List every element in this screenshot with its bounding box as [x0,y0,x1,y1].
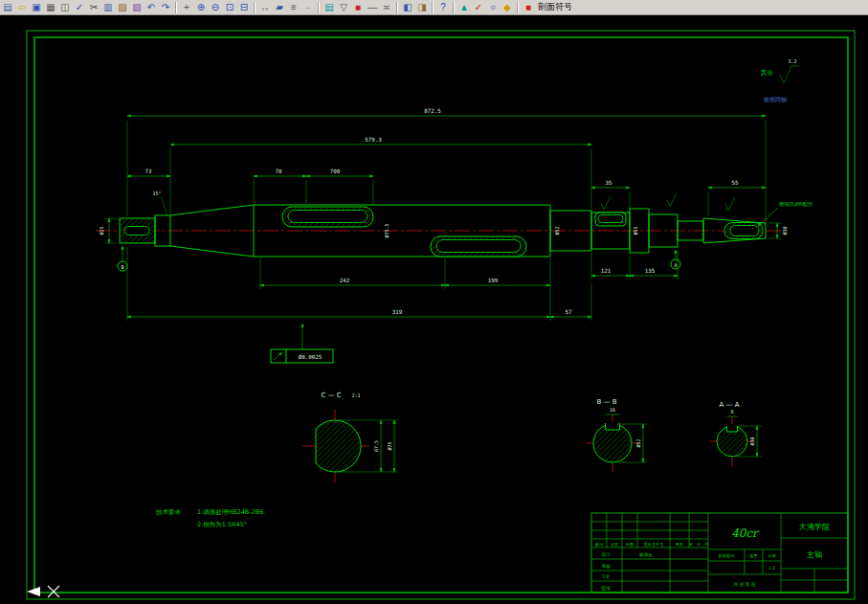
zoom-window-icon[interactable]: ⊡ [223,1,236,13]
tolerance-value: Ø0.0025 [299,354,323,360]
spell-check-icon[interactable]: ✓ [73,1,86,13]
undo-icon[interactable]: ↶ [145,1,158,13]
tool-circle-icon[interactable]: ○ [486,1,500,13]
color-control-icon[interactable]: ■ [351,1,365,13]
zoom-realtime-icon[interactable]: ⊕ [194,1,208,13]
pan-icon[interactable]: + [180,1,193,13]
scale-label: 比例 [768,553,775,559]
toolbar-separator [517,2,519,13]
dim-319: 319 [392,309,403,315]
toolbar-separator [318,2,320,13]
layer-control-icon[interactable]: ▽ [337,1,350,13]
zoom-out-icon[interactable]: ⊖ [209,1,222,13]
material-spec: 40cr [731,526,760,540]
drawing-canvas[interactable]: B A 872.5 579.3 73 70 700 [0,15,868,604]
print-preview-icon[interactable]: ◫ [58,1,72,13]
role-standard: 标准化 [638,552,653,558]
crosshair-cursor [27,586,59,597]
copy-icon[interactable]: ▥ [101,1,115,13]
rev-header-file: 更改文件号 [644,542,665,547]
rev-header-count: 处数 [626,542,634,547]
title-block: 大淹学院 主轴 40cr 阶段标记 重量 比例 1:2 共 张 第 张 [591,513,848,593]
area-icon[interactable]: ▰ [273,1,286,13]
cut-icon[interactable]: ✂ [87,1,100,13]
locate-point-icon[interactable]: ∙ [301,1,315,13]
dim-chamfer: 15° [152,190,161,196]
section-symbol-button[interactable]: 剖面符号 [535,1,575,13]
section-b: B — B 16 Ø52 [586,398,647,472]
dim-35: 35 [606,180,612,186]
tool-check-icon[interactable]: ✓ [472,1,485,13]
layers-icon[interactable]: ▤ [323,1,336,13]
toolbar-separator [396,2,398,13]
axis-note: 做相同轴 [763,96,787,103]
print-icon[interactable]: ▦ [44,1,57,13]
dim-dia-mid: Ø75.5 [384,223,389,237]
notes-line1: 1.调质处理HB24B-2B6. [197,508,265,516]
technical-notes: 技术要求 1.调质处理HB24B-2B6. 2.倒角为1.5X45° [155,508,265,528]
dim-70: 70 [276,168,282,174]
paste-icon[interactable]: ▨ [116,1,129,13]
distance-icon[interactable]: ↔ [258,1,272,13]
role-process: 工艺 [601,573,611,579]
linetype-icon[interactable]: — [366,1,379,13]
section-symbol-icon[interactable]: ■ [522,1,535,13]
datum-b-label: B [121,264,123,270]
dim-dia-left: Ø25 [99,226,104,235]
toolbar: ▤▱▣▦◫✓✂▥▨▧↶↷+⊕⊖⊡⊟↔▰≡∙▤▽■—≍◧◨?▲✓○◆■ 剖面符号 [0,0,868,15]
lineweight-icon[interactable]: ≍ [380,1,393,13]
section-a-dia-dim: Ø30 [749,436,755,445]
surface-finish-note: 其余 3.2 做相同轴 [760,58,799,103]
list-icon[interactable]: ≡ [287,1,300,13]
roughness-marks [601,193,735,211]
stage-label: 阶段标记 [719,553,736,559]
section-c-label: C — C [321,391,341,399]
section-c-scale: 2:1 [351,392,360,398]
sheets-label: 共 张 第 张 [734,582,756,588]
match-properties-icon[interactable]: ▧ [130,1,144,13]
properties-icon[interactable]: ◧ [401,1,414,13]
cad-application: ▤▱▣▦◫✓✂▥▨▧↶↷+⊕⊖⊡⊟↔▰≡∙▤▽■—≍◧◨?▲✓○◆■ 剖面符号 [0,0,868,604]
company-name: 大淹学院 [799,523,830,531]
dim-242: 242 [340,278,349,283]
section-a-key-dim: 8 [730,409,733,414]
section-b-label: B — B [596,398,616,406]
toolbar-separator [453,2,455,13]
ucs-arrow-icon [27,587,40,596]
notes-line2: 2.倒角为1.5X45° [197,521,247,528]
rev-header-zone: 分区 [611,542,619,547]
save-file-icon[interactable]: ▣ [30,1,43,13]
dim-121: 121 [601,268,612,274]
role-design: 设计 [601,551,611,557]
role-approve: 批准 [600,586,611,592]
section-b-dia-dim: Ø52 [635,438,641,447]
tool-diamond-icon[interactable]: ◆ [501,1,514,13]
rev-header-mark: 标记 [595,542,604,548]
tool-triangle-icon[interactable]: ▲ [457,1,471,13]
zoom-previous-icon[interactable]: ⊟ [237,1,251,13]
rest-label: 其余 [760,69,774,77]
toolbar-separator [175,2,177,13]
redo-icon[interactable]: ↷ [159,1,172,13]
rev-header-sign: 签名 [676,542,683,547]
design-center-icon[interactable]: ◨ [415,1,429,13]
role-check: 审核 [601,564,611,569]
dim-57: 57 [566,309,572,315]
new-file-icon[interactable]: ▤ [1,1,14,13]
open-file-icon[interactable]: ▱ [15,1,29,13]
toolbar-icons: ▤▱▣▦◫✓✂▥▨▧↶↷+⊕⊖⊡⊟↔▰≡∙▤▽■—≍◧◨?▲✓○◆■ [1,0,535,14]
dim-dia-r2: Ø55 [633,226,638,235]
tolerance-frame: Ø0.0025 [271,324,333,363]
dim-73: 73 [145,168,152,174]
section-c-flat-dim: 67.5 [373,440,379,452]
help-icon[interactable]: ? [436,1,450,13]
dim-dia-r1: Ø52 [554,226,560,235]
dim-dia-end: Ø30 [782,226,788,235]
shaft-main-view [96,205,783,257]
section-c: C — C 2:1 67.5 Ø75 [302,391,398,482]
rest-value: 3.2 [788,58,796,64]
scale-value: 1:2 [768,566,775,570]
dim-135: 135 [645,268,656,274]
left-keyway-slot [124,227,149,235]
rev-header-date: 年、月、日 [689,542,709,547]
